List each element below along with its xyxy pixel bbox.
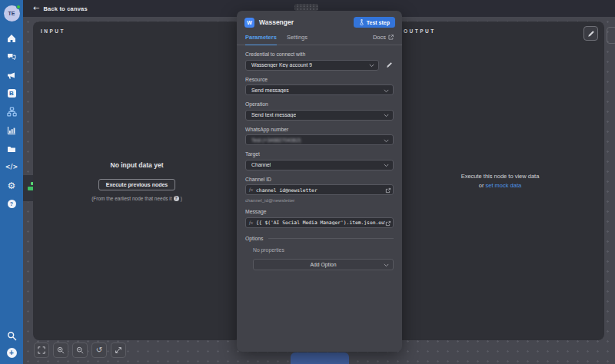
test-step-label: Test step [367,20,390,25]
flask-icon [359,19,364,25]
field-credential: Credential to connect with Wassenger Key… [245,51,394,71]
sidebar-item-announcements[interactable] [6,70,17,80]
field-message: Message fx {{ $('AI Social Media Manager… [245,209,394,228]
reset-icon: ↺ [96,346,102,354]
target-label: Target [245,151,394,157]
options-section-header: Options [245,236,394,241]
operation-select[interactable]: Send text message [245,110,394,121]
chat-bubbles-icon [7,52,16,61]
message-input[interactable]: fx {{ $('AI Social Media Manager').item.… [245,217,394,228]
credential-select[interactable]: Wassenger Key account 9 [245,60,379,71]
zoom-out-button[interactable] [72,342,88,358]
sidebar-bottom: + [6,331,17,358]
chevron-down-icon [384,164,389,167]
docs-label: Docs [373,34,386,41]
sidebar-item-contacts[interactable]: B [6,88,17,98]
reset-zoom-button[interactable]: ↺ [91,342,107,358]
app-sidebar: TE B [0,0,23,364]
message-label: Message [245,209,394,214]
target-select[interactable]: Channel [245,160,394,170]
external-link-icon [388,35,394,40]
parameters-form: Credential to connect with Wassenger Key… [237,45,402,270]
docs-link[interactable]: Docs [373,34,394,45]
resource-label: Resource [245,77,394,82]
operation-label: Operation [245,101,394,107]
options-divider [268,238,394,239]
tab-settings[interactable]: Settings [287,34,308,45]
megaphone-icon [7,71,16,80]
online-status-dot [16,5,21,9]
sidebar-item-chats[interactable] [6,51,17,61]
home-icon [7,34,16,43]
sidebar-item-files[interactable] [6,144,17,154]
canvas-zoom-controls: ↺ [34,342,126,358]
modal-tabs: Parameters Settings Docs [237,32,402,45]
sidebar-item-settings[interactable]: ⚙ [6,180,17,190]
channel-id-input[interactable]: fx channel_id@newsletter [245,184,394,195]
bar-chart-icon [7,126,16,135]
options-label: Options [245,236,263,241]
modal-drag-handle[interactable] [294,4,318,11]
pencil-icon [386,61,393,68]
expression-fx-icon: fx [249,187,253,193]
clipped-edge-button[interactable] [607,27,615,44]
tab-parameters[interactable]: Parameters [245,34,277,45]
zoom-to-fit-button[interactable] [34,342,49,358]
zoom-out-icon [76,346,84,354]
sidebar-item-search[interactable] [6,331,17,341]
set-mock-data-link[interactable]: set mock data [486,182,522,189]
gear-icon: ⚙ [8,181,16,190]
resource-select[interactable]: Send messages [245,84,394,95]
sidebar-item-code[interactable]: </> [6,162,17,172]
sidebar-item-home[interactable] [6,33,17,43]
expression-fx-icon: fx [249,220,253,226]
output-or-text: or [479,182,484,189]
whatsapp-number-value: Test (+34682704362) [251,137,301,143]
sidebar-item-workflows[interactable] [6,107,17,117]
node-settings-modal: W Wassenger Test step Parameters Setting… [237,11,402,352]
chevron-down-icon [384,139,389,143]
diagonal-arrows-icon [115,346,122,354]
field-resource: Resource Send messages [245,77,394,96]
wassenger-node-icon: W [244,18,254,28]
zoom-in-icon [57,346,65,354]
back-to-canvas-button[interactable]: ← Back to canvas [33,5,88,12]
help-icon: ? [8,200,16,208]
back-arrow-icon: ← [33,5,39,12]
execute-previous-nodes-button[interactable]: Execute previous nodes [98,179,176,190]
execute-workflow-button-partial[interactable] [291,352,349,364]
expand-expression-icon[interactable] [385,220,391,227]
contacts-icon: B [8,89,16,98]
sidebar-nav: B [6,33,17,209]
back-to-canvas-label: Back to canvas [43,5,87,12]
add-option-button[interactable]: Add Option [253,259,394,270]
user-avatar[interactable]: TE [4,5,20,22]
whatsapp-number-label: WhatsApp number [245,127,394,132]
input-hint: (From the earliest node that needs it ? … [91,196,182,201]
sidebar-item-help[interactable]: ? [6,199,17,209]
sidebar-item-add-new[interactable]: + [6,348,17,358]
input-hint-suffix: ) [181,196,182,201]
field-target: Target Channel [245,151,394,170]
workflow-sitemap-icon [7,107,17,117]
output-panel: OUTPUT Execute this node to view data or… [396,22,604,340]
output-empty-line2: or set mock data [479,181,521,190]
field-operation: Operation Send text message [245,101,394,121]
tidy-up-button[interactable] [111,342,126,358]
test-step-button[interactable]: Test step [354,17,395,28]
input-hint-text: (From the earliest node that needs it [91,196,171,201]
resource-value: Send messages [251,88,289,93]
output-empty-line1: Execute this node to view data [461,172,540,181]
whatsapp-number-select[interactable]: Test (+34682704362) [245,134,394,145]
expand-expression-icon[interactable] [385,187,391,194]
zoom-in-button[interactable] [53,342,68,358]
operation-value: Send text message [251,112,296,117]
chevron-down-icon [384,263,389,267]
credential-value: Wassenger Key account 9 [251,62,312,68]
edit-credential-button[interactable] [384,61,394,70]
credential-label: Credential to connect with [245,51,394,57]
sidebar-item-analytics[interactable] [6,125,17,135]
hint-help-icon[interactable]: ? [174,196,179,201]
search-icon [7,331,17,341]
chevron-down-icon [369,64,374,68]
